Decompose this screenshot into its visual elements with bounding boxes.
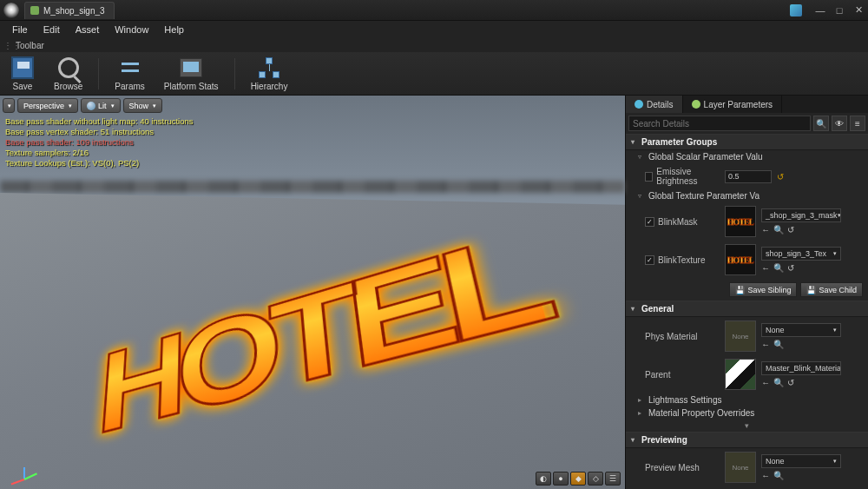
use-selected-icon[interactable]: ← bbox=[761, 340, 770, 349]
preview-mesh-thumbnail[interactable]: None bbox=[725, 452, 756, 483]
blinktex-asset-dropdown[interactable]: shop_sign_3_Tex bbox=[761, 247, 841, 261]
menu-help[interactable]: Help bbox=[157, 23, 191, 36]
row-preview-mesh: Preview Mesh None None ←🔍 bbox=[626, 448, 868, 486]
stats-icon bbox=[180, 58, 202, 77]
asset-tab-label: M_shop_sign_3 bbox=[43, 6, 105, 16]
viewport-horizon bbox=[0, 181, 625, 193]
view-options-button[interactable]: 👁 bbox=[832, 116, 847, 131]
viewport-toolbar: Perspective Lit Show bbox=[3, 98, 162, 113]
axis-gizmo bbox=[9, 453, 40, 484]
tab-layer-parameters[interactable]: Layer Parameters bbox=[683, 96, 782, 113]
reset-icon[interactable]: ↺ bbox=[787, 378, 794, 387]
save-button[interactable]: Save bbox=[5, 54, 40, 93]
unreal-logo-icon bbox=[3, 3, 19, 18]
menu-file[interactable]: File bbox=[5, 23, 35, 36]
hierarchy-button[interactable]: Hierarchy bbox=[246, 54, 293, 93]
menu-asset[interactable]: Asset bbox=[69, 23, 107, 36]
perspective-button[interactable]: Perspective bbox=[17, 98, 78, 113]
row-blinktexture: ✓BlinkTexture HOTEL shop_sign_3_Tex ←🔍↺ bbox=[626, 241, 868, 279]
hierarchy-icon bbox=[259, 57, 279, 78]
toolbar-label: Toolbar bbox=[16, 41, 44, 50]
show-button[interactable]: Show bbox=[123, 98, 163, 113]
shape-sphere-button[interactable]: ● bbox=[553, 472, 569, 486]
blinktex-checkbox[interactable]: ✓ bbox=[645, 255, 654, 265]
params-button[interactable]: Params bbox=[109, 54, 149, 93]
parent-thumbnail[interactable] bbox=[725, 359, 756, 390]
viewport-shape-toolbar: ◐ ● ◆ ◇ ☰ bbox=[536, 472, 621, 486]
browse-asset-icon[interactable]: 🔍 bbox=[773, 471, 784, 480]
blinkmask-asset-dropdown[interactable]: _shop_sign_3_mask bbox=[761, 208, 841, 222]
save-sibling-button[interactable]: 💾 Save Sibling bbox=[729, 282, 797, 297]
browse-button[interactable]: Browse bbox=[49, 54, 88, 93]
reset-icon[interactable]: ↺ bbox=[777, 172, 784, 182]
platform-stats-button[interactable]: Platform Stats bbox=[159, 54, 224, 93]
blinktex-thumbnail[interactable]: HOTEL bbox=[725, 244, 756, 275]
browse-asset-icon[interactable]: 🔍 bbox=[773, 225, 784, 235]
expand-advanced-icon[interactable]: ▾ bbox=[626, 420, 868, 432]
viewport-options-button[interactable] bbox=[3, 98, 15, 113]
details-panel: Details Layer Parameters 🔍 👁 ≡ Parameter… bbox=[625, 96, 868, 489]
lit-mode-button[interactable]: Lit bbox=[81, 98, 121, 113]
row-blinkmask: ✓BlinkMask HOTEL _shop_sign_3_mask ←🔍↺ bbox=[626, 202, 868, 241]
browse-asset-icon[interactable]: 🔍 bbox=[773, 340, 784, 349]
menu-bar: File Edit Asset Window Help bbox=[0, 21, 868, 38]
title-bar: M_shop_sign_3 — □ ✕ bbox=[0, 0, 868, 21]
emissive-checkbox[interactable] bbox=[645, 172, 653, 182]
row-emissive-brightness: Emissive Brightness 0.5 ↺ bbox=[626, 163, 868, 189]
toolbar-grip-icon[interactable]: ⋮⋮ bbox=[3, 41, 12, 50]
phys-thumbnail[interactable]: None bbox=[725, 320, 756, 352]
blinkmask-checkbox[interactable]: ✓ bbox=[645, 217, 654, 227]
shader-stats: Base pass shader without light map: 40 i… bbox=[5, 116, 194, 169]
menu-edit[interactable]: Edit bbox=[36, 23, 67, 36]
floppy-icon bbox=[11, 56, 34, 79]
reset-icon[interactable]: ↺ bbox=[787, 263, 794, 273]
category-parameter-groups[interactable]: Parameter Groups bbox=[626, 134, 868, 150]
subcat-lightmass[interactable]: Lightmass Settings bbox=[626, 393, 868, 406]
sliders-icon bbox=[120, 57, 141, 78]
row-parent: Parent Master_Blink_Material ←🔍↺ bbox=[626, 355, 868, 393]
search-button[interactable]: 🔍 bbox=[813, 116, 829, 131]
use-selected-icon[interactable]: ← bbox=[761, 378, 770, 387]
category-general[interactable]: General bbox=[626, 301, 868, 317]
wand-icon[interactable] bbox=[790, 4, 802, 17]
shape-cube-button[interactable]: ◇ bbox=[588, 472, 603, 486]
toolbar-separator bbox=[234, 58, 235, 89]
shape-plane-button[interactable]: ◆ bbox=[570, 472, 586, 486]
minimize-button[interactable]: — bbox=[814, 5, 826, 16]
shape-custom-button[interactable]: ☰ bbox=[605, 472, 621, 486]
tab-details[interactable]: Details bbox=[626, 96, 683, 113]
row-phys-material: Phys Material None None ←🔍 bbox=[626, 317, 868, 355]
use-selected-icon[interactable]: ← bbox=[761, 471, 770, 480]
save-child-button[interactable]: 💾 Save Child bbox=[800, 282, 863, 297]
parent-asset-dropdown[interactable]: Master_Blink_Material bbox=[761, 361, 841, 375]
preview-mesh-dropdown[interactable]: None bbox=[761, 454, 841, 468]
asset-tab[interactable]: M_shop_sign_3 bbox=[24, 2, 115, 19]
settings-button[interactable]: ≡ bbox=[850, 116, 865, 131]
shape-cylinder-button[interactable]: ◐ bbox=[536, 472, 551, 486]
subcat-overrides[interactable]: Material Property Overrides bbox=[626, 406, 868, 420]
reset-icon[interactable]: ↺ bbox=[787, 225, 794, 235]
menu-window[interactable]: Window bbox=[108, 23, 155, 36]
emissive-value-input[interactable]: 0.5 bbox=[725, 170, 772, 183]
phys-asset-dropdown[interactable]: None bbox=[761, 323, 841, 337]
category-previewing[interactable]: Previewing bbox=[626, 432, 868, 448]
subcat-global-texture[interactable]: Global Texture Parameter Va bbox=[626, 189, 868, 202]
use-selected-icon[interactable]: ← bbox=[761, 225, 770, 235]
toolbar-separator bbox=[98, 58, 99, 89]
use-selected-icon[interactable]: ← bbox=[761, 263, 770, 273]
blinkmask-thumbnail[interactable]: HOTEL bbox=[725, 206, 756, 237]
browse-asset-icon[interactable]: 🔍 bbox=[773, 263, 784, 273]
material-icon bbox=[30, 6, 39, 15]
search-details-input[interactable] bbox=[628, 116, 811, 131]
lit-sphere-icon bbox=[87, 102, 95, 110]
maximize-button[interactable]: □ bbox=[833, 5, 845, 16]
details-icon bbox=[635, 100, 643, 109]
layers-icon bbox=[692, 100, 700, 109]
close-button[interactable]: ✕ bbox=[852, 4, 865, 16]
material-viewport[interactable]: HOTEL Perspective Lit Show Base pass sha… bbox=[0, 96, 625, 489]
toolbar: Save Browse Params Platform Stats Hierar… bbox=[0, 52, 868, 96]
browse-asset-icon[interactable]: 🔍 bbox=[773, 378, 784, 387]
toolbar-header: ⋮⋮ Toolbar bbox=[0, 38, 868, 52]
magnifier-icon bbox=[58, 57, 79, 78]
subcat-global-scalar[interactable]: Global Scalar Parameter Valu bbox=[626, 150, 868, 163]
